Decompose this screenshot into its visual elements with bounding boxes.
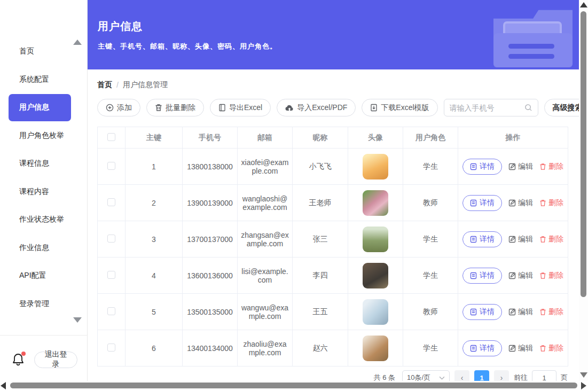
sidebar-item-user-info[interactable]: 用户信息 (0, 93, 87, 122)
delete-button[interactable]: 删除 (539, 198, 563, 208)
trash-icon (155, 104, 162, 112)
main-area: 用户信息 主键、手机号、邮箱、昵称、头像、密码、用户角色。 首页 / 用户信息管… (88, 0, 579, 390)
col-header-id: 主键 (126, 127, 183, 149)
cell-nickname: 小飞飞 (293, 149, 348, 185)
document-icon (470, 236, 477, 243)
cell-nickname: 王五 (293, 294, 348, 330)
edit-icon (508, 236, 516, 243)
select-all-checkbox[interactable] (107, 133, 115, 141)
cell-nickname: 赵六 (293, 330, 348, 366)
horizontal-scrollbar[interactable] (0, 381, 588, 390)
delete-button[interactable]: 删除 (539, 344, 563, 353)
scroll-down-arrow-icon[interactable] (580, 372, 587, 378)
document-icon (470, 199, 477, 207)
row-checkbox[interactable] (107, 307, 115, 315)
download-excel-template-button[interactable]: 下载Excel模版 (362, 99, 437, 116)
table-row: 1 13800138000 xiaofei@example.com 小飞飞 学生… (98, 149, 568, 185)
sidebar-item-homework-status-enum[interactable]: 作业状态枚举 (0, 206, 87, 234)
edit-button[interactable]: 编辑 (508, 307, 533, 317)
avatar (363, 227, 388, 252)
document-icon (470, 345, 477, 352)
cell-id: 4 (126, 258, 183, 294)
table-row: 5 13500135000 wangwu@example.com 王五 教师 详… (98, 294, 568, 330)
delete-button[interactable]: 删除 (539, 235, 563, 244)
scroll-up-arrow-icon[interactable] (580, 2, 587, 7)
sidebar-scroll-down-icon[interactable] (73, 317, 82, 323)
search-input[interactable] (450, 104, 521, 112)
sidebar-item-course-content[interactable]: 课程内容 (0, 178, 87, 206)
row-checkbox[interactable] (107, 344, 115, 352)
detail-button[interactable]: 详情 (462, 304, 502, 320)
logout-button[interactable]: 退出登录 (34, 352, 77, 368)
horizontal-scrollbar-thumb[interactable] (10, 383, 577, 388)
cell-phone: 13900139000 (183, 185, 238, 221)
app-window: 首页 系统配置 用户信息 用户角色枚举 课程信息 课程内容 作业状态枚举 作业信… (0, 0, 588, 390)
vertical-scrollbar-thumb[interactable] (581, 11, 586, 297)
add-button[interactable]: 添加 (97, 99, 140, 116)
sidebar-item-course-info[interactable]: 课程信息 (0, 150, 87, 178)
avatar (363, 154, 388, 180)
sidebar-item-home[interactable]: 首页 (0, 37, 87, 66)
notification-bell-icon[interactable] (12, 353, 25, 366)
trash-icon (539, 272, 546, 279)
sidebar-item-system-config[interactable]: 系统配置 (0, 66, 87, 94)
sidebar-item-user-role-enum[interactable]: 用户角色枚举 (0, 122, 87, 150)
cell-nickname: 李四 (293, 258, 348, 294)
edit-button[interactable]: 编辑 (508, 271, 533, 280)
folder-illustration-icon (493, 6, 573, 67)
cell-email: zhangsan@example.com (238, 221, 293, 258)
detail-button[interactable]: 详情 (462, 268, 502, 284)
edit-button[interactable]: 编辑 (508, 162, 533, 171)
scroll-left-arrow-icon[interactable] (1, 382, 6, 389)
edit-button[interactable]: 编辑 (508, 235, 533, 244)
delete-button[interactable]: 删除 (539, 162, 563, 171)
vertical-scrollbar[interactable] (579, 0, 588, 390)
col-header-nickname: 昵称 (293, 127, 348, 149)
sidebar-item-api-config[interactable]: API配置 (0, 262, 87, 290)
trash-icon (539, 345, 546, 352)
sidebar-item-homework-info[interactable]: 作业信息 (0, 234, 87, 262)
cell-role: 学生 (403, 221, 458, 258)
detail-button[interactable]: 详情 (462, 231, 502, 247)
cell-nickname: 张三 (293, 221, 348, 258)
sidebar-item-label: 登录管理 (19, 299, 49, 309)
batch-delete-button[interactable]: 批量删除 (146, 99, 204, 116)
edit-button[interactable]: 编辑 (508, 344, 533, 353)
sidebar-item-label: 课程信息 (19, 159, 49, 168)
import-excel-pdf-button[interactable]: 导入Excel/PDF (277, 99, 356, 116)
row-checkbox[interactable] (107, 271, 115, 279)
table-row: 3 13700137000 zhangsan@example.com 张三 学生… (98, 221, 568, 258)
table-row: 4 13600136000 lisi@example.com 李四 学生 详情 … (98, 258, 568, 294)
detail-button[interactable]: 详情 (462, 195, 502, 211)
phone-search-field[interactable] (444, 99, 538, 116)
breadcrumb-current: 用户信息管理 (123, 80, 168, 90)
cell-phone: 13500135000 (183, 294, 238, 330)
delete-button[interactable]: 删除 (539, 271, 563, 280)
cell-email: lisi@example.com (238, 258, 293, 294)
avatar (363, 263, 388, 288)
scroll-right-arrow-icon[interactable] (581, 382, 586, 389)
row-checkbox[interactable] (107, 198, 115, 206)
row-checkbox[interactable] (107, 235, 115, 243)
edit-icon (508, 199, 516, 207)
breadcrumb-separator: / (116, 81, 119, 89)
trash-icon (539, 163, 546, 170)
cell-id: 5 (126, 294, 183, 330)
row-checkbox[interactable] (107, 162, 115, 170)
advanced-search-button[interactable]: 高级搜索 (544, 99, 579, 116)
edit-icon (508, 345, 516, 352)
sidebar-item-label: 作业状态枚举 (19, 215, 64, 224)
edit-icon (508, 272, 516, 279)
trash-icon (539, 199, 546, 207)
edit-button[interactable]: 编辑 (508, 198, 533, 208)
detail-button[interactable]: 详情 (462, 159, 502, 175)
breadcrumb-home-link[interactable]: 首页 (97, 80, 112, 90)
document-icon (470, 272, 477, 279)
detail-button[interactable]: 详情 (462, 340, 502, 356)
col-header-phone: 手机号 (183, 127, 238, 149)
export-excel-button[interactable]: 导出Excel (210, 99, 271, 116)
sidebar-item-label: 用户信息 (19, 103, 49, 112)
page-banner: 用户信息 主键、手机号、邮箱、昵称、头像、密码、用户角色。 (88, 0, 579, 69)
delete-button[interactable]: 删除 (539, 307, 563, 317)
sidebar-item-login-management[interactable]: 登录管理 (0, 290, 87, 318)
